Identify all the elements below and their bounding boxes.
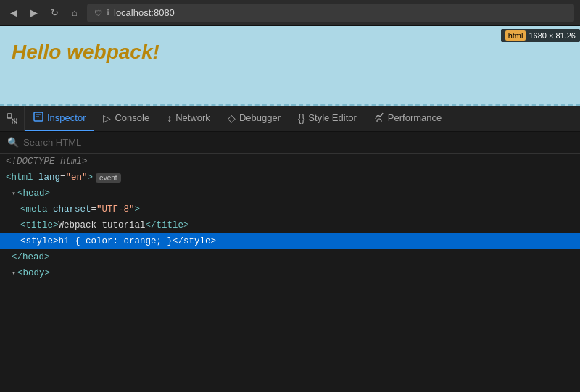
html-close-bracket: > — [88, 172, 94, 183]
doctype-text: <!DOCTYPE html> — [6, 157, 88, 167]
devtools-toolbar: Inspector ▷ Console ↕ Network ◇ Debugger… — [0, 106, 580, 132]
network-icon: ↕ — [167, 112, 172, 124]
tree-row-meta[interactable]: <meta charset="UTF-8"> — [0, 201, 580, 217]
event-badge: event — [96, 173, 120, 183]
html-tag: html — [12, 172, 33, 183]
tab-inspector[interactable]: Inspector — [25, 106, 94, 131]
devtools-panel: Inspector ▷ Console ↕ Network ◇ Debugger… — [0, 106, 580, 392]
dimension-size: 1680 × 81.26 — [529, 31, 576, 40]
page-heading: Hello webpack! — [12, 41, 160, 64]
browser-chrome: ◀ ▶ ↻ ⌂ 🛡 ℹ localhost:8080 — [0, 0, 580, 26]
html-tree: <!DOCTYPE html> <html lang="en"> event ▾… — [0, 154, 580, 392]
style-editor-icon: {} — [298, 112, 304, 124]
head-collapse-icon[interactable]: ▾ — [12, 189, 16, 198]
back-button[interactable]: ◀ — [6, 5, 22, 21]
tree-row-body[interactable]: ▾ <body> — [0, 265, 580, 281]
tab-network-label: Network — [175, 112, 210, 123]
tree-row-title[interactable]: <title>Webpack tutorial</title> — [0, 217, 580, 233]
tree-row-head[interactable]: ▾ <head> — [0, 185, 580, 201]
tree-row-doctype[interactable]: <!DOCTYPE html> — [0, 154, 580, 170]
tab-performance-label: Performance — [388, 112, 442, 123]
tree-row-head-close[interactable]: </head> — [0, 249, 580, 265]
lock-icon: ℹ — [107, 8, 109, 17]
tab-performance[interactable]: Performance — [365, 106, 450, 131]
tab-console[interactable]: ▷ Console — [94, 106, 158, 131]
shield-icon: 🛡 — [94, 9, 102, 17]
html-lang-attr: lang — [38, 172, 60, 183]
page-preview: Hello webpack! html 1680 × 81.26 — [0, 26, 580, 106]
html-open-bracket: < — [6, 172, 12, 183]
search-icon: 🔍 — [7, 137, 19, 148]
performance-icon — [374, 112, 384, 124]
debugger-icon: ◇ — [228, 112, 236, 124]
dimension-badge: html 1680 × 81.26 — [501, 29, 580, 42]
tab-inspector-label: Inspector — [47, 112, 86, 123]
body-collapse-icon[interactable]: ▾ — [12, 269, 16, 278]
console-icon: ▷ — [103, 112, 111, 124]
tree-row-style[interactable]: <style>h1 { color: orange; }</style> — [0, 233, 580, 249]
tab-style-editor[interactable]: {} Style Editor — [289, 106, 365, 131]
tree-row-html[interactable]: <html lang="en"> event — [0, 170, 580, 185]
reload-button[interactable]: ↻ — [46, 5, 62, 21]
tab-debugger[interactable]: ◇ Debugger — [219, 106, 289, 131]
svg-point-2 — [377, 119, 381, 122]
html-tag-badge: html — [505, 30, 526, 41]
search-bar: 🔍 — [0, 132, 580, 154]
home-button[interactable]: ⌂ — [67, 5, 83, 21]
element-picker-button[interactable] — [0, 106, 25, 131]
tab-network[interactable]: ↕ Network — [158, 106, 219, 131]
tab-style-editor-label: Style Editor — [308, 112, 356, 123]
url-text: localhost:8080 — [114, 7, 175, 18]
tab-debugger-label: Debugger — [239, 112, 281, 123]
svg-rect-0 — [7, 114, 12, 118]
forward-button[interactable]: ▶ — [26, 5, 42, 21]
search-html-input[interactable] — [23, 137, 573, 148]
tab-console-label: Console — [115, 112, 149, 123]
address-bar[interactable]: 🛡 ℹ localhost:8080 — [87, 4, 574, 22]
html-lang-value: "en" — [66, 172, 88, 183]
inspector-icon — [33, 112, 44, 124]
